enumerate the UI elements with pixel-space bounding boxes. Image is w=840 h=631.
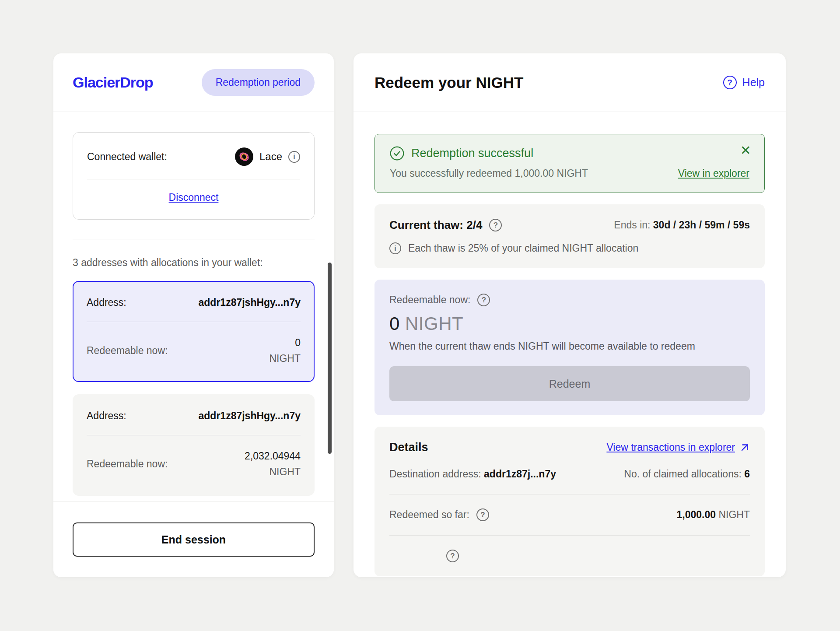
phase-badge: Redemption period bbox=[202, 69, 315, 96]
redeemed-so-far-label: Redeemed so far: bbox=[389, 509, 469, 521]
current-thaw-title: Current thaw: 2/4 bbox=[389, 218, 482, 232]
scrollbar-thumb[interactable] bbox=[328, 263, 332, 454]
redeem-panel: Redeem your NIGHT ? Help Redemption succ… bbox=[354, 53, 786, 577]
address-label: Address: bbox=[87, 297, 126, 308]
details-divider bbox=[389, 494, 750, 494]
redeemable-note: When the current thaw ends NIGHT will be… bbox=[389, 340, 750, 352]
left-panel-body: Connected wallet: Lace i bbox=[53, 112, 334, 501]
redeemable-now-card: Redeemable now: ? 0 NIGHT When the curre… bbox=[374, 280, 765, 415]
end-session-button[interactable]: End session bbox=[73, 522, 315, 557]
left-panel-footer: End session bbox=[53, 501, 334, 577]
wallet-card-divider bbox=[87, 179, 300, 179]
redeemed-amount: 1,000.00 bbox=[677, 509, 716, 520]
success-banner: Redemption successful ✕ You successfully… bbox=[374, 134, 765, 193]
details-title: Details bbox=[389, 441, 428, 454]
address-card-selected[interactable]: Address: addr1z87jshHgy...n7y Redeemable… bbox=[73, 281, 315, 382]
redeemable-now-label: Redeemable now: bbox=[87, 458, 168, 470]
help-label: Help bbox=[742, 76, 765, 89]
left-panel-header: GlacierDrop Redemption period bbox=[53, 53, 334, 112]
help-button[interactable]: ? Help bbox=[723, 76, 765, 89]
claimed-allocations-value: 6 bbox=[744, 468, 750, 480]
redeemed-question-icon[interactable]: ? bbox=[476, 508, 489, 521]
address-card-divider bbox=[87, 435, 301, 435]
redeemable-question-icon[interactable]: ? bbox=[477, 294, 490, 306]
address-label: Address: bbox=[87, 410, 126, 422]
current-thaw-card: Current thaw: 2/4 ? Ends in: 30d / 23h /… bbox=[374, 204, 765, 268]
connected-wallet-label: Connected wallet: bbox=[87, 151, 167, 163]
redeem-button[interactable]: Redeem bbox=[389, 366, 750, 401]
session-panel: GlacierDrop Redemption period Connected … bbox=[53, 53, 334, 577]
redeemable-unit: NIGHT bbox=[269, 351, 301, 367]
redeemable-amount: 0 bbox=[389, 313, 400, 334]
right-panel-body: Redemption successful ✕ You successfully… bbox=[354, 112, 786, 576]
redeemable-amount: 2,032.04944 bbox=[245, 449, 301, 464]
success-message: You successfully redeemed 1,000.00 NIGHT bbox=[390, 168, 588, 179]
close-icon[interactable]: ✕ bbox=[740, 144, 751, 157]
redeemable-unit: NIGHT bbox=[245, 464, 301, 480]
ends-in-label: Ends in: bbox=[614, 219, 650, 231]
view-transactions-label: View transactions in explorer bbox=[606, 442, 735, 453]
info-icon: i bbox=[389, 242, 401, 254]
glacierdrop-logo: GlacierDrop bbox=[73, 74, 153, 91]
external-link-icon bbox=[739, 442, 750, 453]
redeemable-now-label: Redeemable now: bbox=[389, 294, 470, 306]
details-card: Details View transactions in explorer De… bbox=[374, 427, 765, 576]
claimed-allocations-label: No. of claimed allocations: bbox=[624, 468, 741, 480]
check-circle-icon bbox=[390, 146, 404, 161]
connected-wallet-card: Connected wallet: Lace i bbox=[73, 132, 315, 220]
wallet-name: Lace bbox=[259, 151, 282, 163]
addresses-heading: 3 addresses with allocations in your wal… bbox=[73, 257, 315, 269]
disconnect-link[interactable]: Disconnect bbox=[169, 192, 219, 203]
ends-in-countdown: 30d / 23h / 59m / 59s bbox=[653, 219, 750, 231]
redeemable-unit: NIGHT bbox=[405, 313, 463, 334]
help-icon: ? bbox=[723, 76, 737, 89]
section-divider bbox=[73, 239, 315, 239]
address-card[interactable]: Address: addr1z87jshHgy...n7y Redeemable… bbox=[73, 394, 315, 495]
redeemable-amount: 0 bbox=[269, 335, 301, 351]
wallet-chip: Lace i bbox=[235, 147, 300, 166]
lace-icon bbox=[235, 147, 253, 166]
thaw-note: Each thaw is 25% of your claimed NIGHT a… bbox=[408, 242, 638, 254]
cutoff-question-icon[interactable]: ? bbox=[446, 550, 459, 562]
address-value: addr1z87jshHgy...n7y bbox=[199, 297, 301, 308]
view-in-explorer-link[interactable]: View in explorer bbox=[678, 168, 749, 179]
success-title: Redemption successful bbox=[411, 147, 533, 160]
current-thaw-question-icon[interactable]: ? bbox=[489, 219, 502, 231]
address-value: addr1z87jshHgy...n7y bbox=[199, 410, 301, 422]
redeemed-unit: NIGHT bbox=[718, 509, 750, 520]
redeemable-now-label: Redeemable now: bbox=[87, 345, 168, 357]
view-transactions-link[interactable]: View transactions in explorer bbox=[606, 442, 750, 453]
details-divider bbox=[389, 535, 750, 536]
wallet-info-icon[interactable]: i bbox=[288, 151, 300, 163]
destination-address-value: addr1z87j...n7y bbox=[484, 468, 556, 480]
address-card-divider bbox=[87, 322, 301, 322]
right-panel-header: Redeem your NIGHT ? Help bbox=[354, 53, 786, 112]
destination-address-label: Destination address: bbox=[389, 468, 481, 480]
page-title: Redeem your NIGHT bbox=[374, 74, 523, 91]
